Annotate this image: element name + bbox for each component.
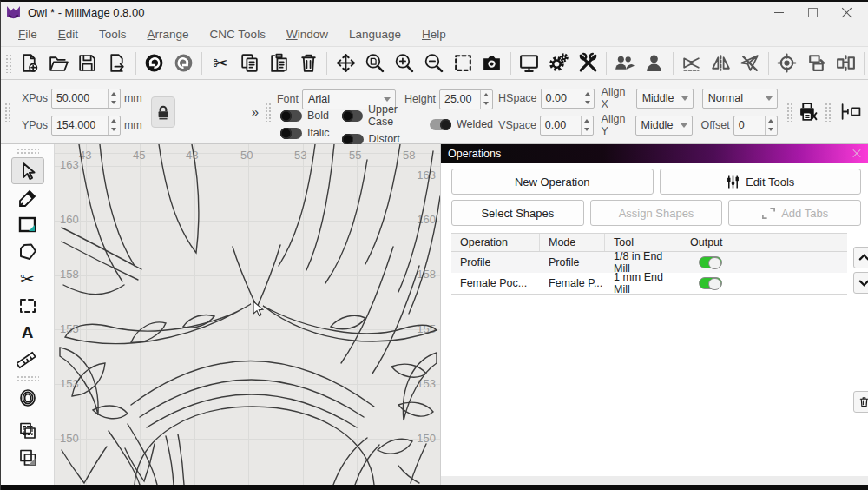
xpos-field[interactable]: 50.000 bbox=[51, 89, 121, 109]
aligny-combobox[interactable]: Middle bbox=[635, 116, 693, 136]
menu-tools[interactable]: Tools bbox=[89, 24, 137, 44]
operations-close-icon[interactable] bbox=[852, 149, 861, 158]
zoom-in-button[interactable] bbox=[390, 50, 419, 77]
rectangle-tool[interactable] bbox=[11, 211, 44, 238]
delete-button[interactable] bbox=[293, 50, 323, 77]
save-file-button[interactable] bbox=[73, 50, 102, 77]
menu-cnc-tools[interactable]: CNC Tools bbox=[200, 24, 276, 44]
column-output[interactable]: Output bbox=[681, 234, 847, 251]
assign-shapes-button[interactable]: Assign Shapes bbox=[590, 200, 723, 226]
user-button[interactable] bbox=[640, 50, 669, 77]
offset-tool[interactable] bbox=[11, 384, 44, 411]
marquee-select-button[interactable] bbox=[448, 50, 477, 77]
menu-file[interactable]: File bbox=[8, 24, 48, 44]
operations-panel-header[interactable]: Operations bbox=[441, 144, 868, 163]
distort-toggle[interactable]: Distort bbox=[342, 133, 424, 145]
operation-row-profile[interactable]: Profile Profile 1/8 in End Mill bbox=[451, 252, 847, 273]
zoom-fit-button[interactable] bbox=[360, 50, 390, 77]
owl-drawing[interactable] bbox=[55, 144, 440, 485]
paste-button[interactable] bbox=[265, 50, 294, 77]
mirror-shape-button[interactable] bbox=[706, 50, 735, 77]
menu-language[interactable]: Language bbox=[339, 24, 411, 44]
operations-table-header[interactable]: Operation Mode Tool Output bbox=[451, 234, 847, 252]
menu-arrange[interactable]: Arrange bbox=[137, 24, 200, 44]
overflow-chevron[interactable]: » bbox=[252, 104, 257, 119]
propsbar-grip[interactable] bbox=[4, 103, 10, 122]
height-field[interactable]: 25.00 bbox=[439, 89, 493, 109]
edit-tools-button[interactable]: Edit Tools bbox=[660, 169, 862, 195]
machine-settings-button[interactable] bbox=[544, 50, 574, 77]
bold-toggle[interactable]: Bold bbox=[280, 109, 330, 122]
tools-button[interactable] bbox=[573, 50, 602, 77]
font-group-grip[interactable] bbox=[265, 103, 271, 122]
output-toggle-on[interactable] bbox=[699, 256, 722, 268]
design-canvas[interactable]: 4345485053555816316015815515315016316015… bbox=[55, 144, 440, 485]
machine-monitor-button[interactable] bbox=[515, 50, 544, 77]
cut-button[interactable]: ✂ bbox=[206, 50, 235, 77]
save-floppy-icon bbox=[76, 52, 98, 74]
ypos-field[interactable]: 154.000 bbox=[51, 116, 121, 136]
new-file-button[interactable] bbox=[15, 50, 44, 77]
maximize-button[interactable] bbox=[807, 7, 819, 18]
pan-button[interactable] bbox=[331, 50, 360, 77]
new-operation-button[interactable]: New Operation bbox=[451, 169, 654, 195]
weld-mode-combobox[interactable]: Normal bbox=[702, 89, 779, 109]
move-operation-down-button[interactable] bbox=[853, 272, 868, 294]
undo-button[interactable] bbox=[140, 50, 169, 77]
flip-horizontal-button[interactable] bbox=[677, 50, 707, 77]
lock-aspect-button[interactable] bbox=[151, 96, 175, 128]
user-group-button[interactable] bbox=[610, 50, 640, 77]
trim-tool[interactable]: ✂ bbox=[11, 265, 44, 292]
column-mode[interactable]: Mode bbox=[540, 234, 605, 251]
minimize-button[interactable] bbox=[773, 7, 785, 18]
open-file-button[interactable] bbox=[43, 50, 73, 77]
welded-toggle[interactable]: Welded bbox=[430, 118, 493, 130]
kerning-button[interactable] bbox=[833, 98, 868, 126]
measure-tool[interactable] bbox=[11, 346, 44, 373]
origin-target-button[interactable] bbox=[773, 50, 802, 77]
align-stamp-middle-button[interactable] bbox=[831, 50, 860, 77]
polygon-tool[interactable] bbox=[11, 238, 44, 265]
output-toggle-on[interactable] bbox=[699, 277, 722, 289]
print-group-grip[interactable] bbox=[786, 103, 792, 122]
palette-section-grip[interactable] bbox=[16, 375, 39, 381]
italic-toggle[interactable]: Italic bbox=[280, 127, 330, 139]
uppercase-toggle[interactable]: Upper Case bbox=[342, 103, 424, 128]
boolean-union-tool[interactable] bbox=[11, 417, 44, 444]
select-shapes-button[interactable]: Select Shapes bbox=[451, 200, 584, 226]
copy-button[interactable] bbox=[235, 50, 265, 77]
operation-row-female-pocket[interactable]: Female Poc... Female P... 1 mm End Mill bbox=[451, 273, 847, 294]
add-tabs-button[interactable]: Add Tabs bbox=[728, 200, 861, 226]
menu-help[interactable]: Help bbox=[411, 24, 457, 44]
delete-operation-button[interactable] bbox=[853, 391, 868, 413]
alignx-combobox[interactable]: Middle bbox=[636, 89, 694, 109]
export-file-button[interactable] bbox=[102, 50, 132, 77]
redo-button[interactable] bbox=[168, 50, 198, 77]
column-operation[interactable]: Operation bbox=[451, 234, 540, 251]
send-plane-button[interactable] bbox=[735, 50, 765, 77]
align-stamp-bottom-button[interactable] bbox=[802, 50, 832, 77]
hspace-field[interactable]: 0.00 bbox=[541, 89, 595, 109]
undo-icon bbox=[143, 52, 165, 74]
camera-capture-button[interactable] bbox=[477, 50, 507, 77]
node-marquee-tool[interactable] bbox=[11, 292, 44, 319]
close-button[interactable] bbox=[841, 7, 852, 18]
move-operation-up-button[interactable] bbox=[853, 247, 868, 268]
menu-window[interactable]: Window bbox=[276, 24, 339, 44]
column-tool[interactable]: Tool bbox=[605, 234, 681, 251]
aligny-label: Align Y bbox=[602, 113, 632, 137]
toolbar-grip[interactable] bbox=[5, 54, 12, 73]
vspace-field[interactable]: 0.00 bbox=[540, 116, 594, 136]
offset-field[interactable]: 0 bbox=[733, 116, 779, 136]
print-cut-button[interactable] bbox=[795, 98, 822, 126]
palette-grip[interactable] bbox=[16, 148, 39, 154]
text-tool[interactable]: A bbox=[11, 319, 44, 346]
select-tool[interactable] bbox=[11, 157, 44, 184]
draw-tool[interactable] bbox=[11, 184, 44, 211]
menu-edit[interactable]: Edit bbox=[48, 24, 89, 44]
chevron-down-icon bbox=[858, 277, 868, 288]
boolean-subtract-tool[interactable] bbox=[11, 444, 44, 471]
zoom-out-button[interactable] bbox=[418, 50, 448, 77]
rectangle-icon bbox=[17, 215, 38, 235]
kerning-group-grip[interactable] bbox=[825, 103, 831, 122]
